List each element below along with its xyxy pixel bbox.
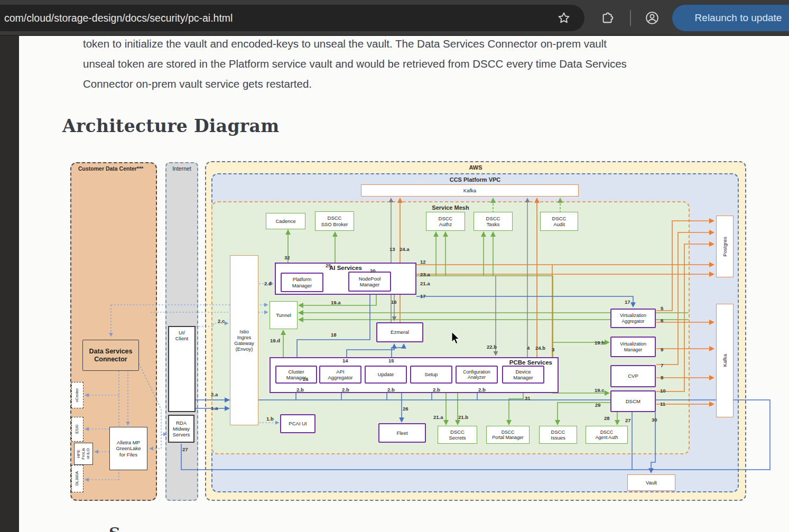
diagram-node-label: Vault	[646, 480, 657, 486]
diagram-edge-label: 30	[652, 417, 657, 423]
diagram-edge-label: 6	[661, 318, 663, 323]
diagram-edge-label: 19.a	[331, 300, 341, 305]
diagram-edge-label: 15	[388, 358, 394, 363]
diagram-node-dscm: DSCM	[610, 390, 656, 412]
diagram-node-label: vCenter	[75, 388, 80, 402]
diagram-edge-label: 22.b	[487, 344, 497, 350]
diagram-node-dscc-authz: DSCC Authz	[426, 212, 465, 231]
diagram-region-label: CCS Platform VPC	[212, 176, 738, 183]
diagram-edge-label: 14	[342, 358, 348, 363]
mouse-cursor	[450, 332, 462, 347]
diagram-node-label: DSCC Tasks	[486, 216, 500, 227]
diagram-edge-label: 29	[595, 402, 601, 408]
diagram-node-dl380a: DL380A	[71, 465, 83, 492]
diagram-edge-label: 11	[660, 401, 665, 407]
diagram-edge-label: 17	[625, 299, 630, 305]
diagram-node-label: NodePool Manager	[359, 276, 381, 287]
diagram-node-platform-manager: Platform Manager	[281, 273, 323, 292]
diagram-node-pcai-ui: PCAI UI	[280, 414, 315, 433]
diagram-node-label: Cadence	[275, 218, 295, 224]
diagram-node-label: Device Manager	[513, 369, 533, 380]
diagram-edge-label: 2.d	[264, 281, 272, 286]
diagram-node-configuration-analyzer: Configuration Analyzer	[456, 366, 498, 384]
bookmark-star-icon[interactable]	[551, 5, 577, 31]
diagram-node-rda-midway-servers: RDA Midway Servers	[168, 415, 194, 443]
diagram-edge-label: 24.a	[400, 246, 410, 252]
diagram-edge-label: 9	[661, 347, 663, 352]
diagram-edge-label: 2.c	[218, 318, 225, 324]
diagram-edge-label: 2.b	[387, 387, 395, 393]
diagram-node-data-services-connector: Data Services Connector	[82, 340, 139, 371]
diagram-edge-label: 1.b	[266, 416, 274, 422]
architecture-diagram: Customer Data Center***InternetAWSCCS Pl…	[0, 0, 789, 532]
diagram-node-alletra-mp-greenlake: Alletra MP GreenLake for Files	[109, 427, 147, 470]
diagram-edge-label: 5	[661, 305, 663, 311]
diagram-edge-label: 12	[420, 259, 426, 265]
diagram-node-label: Kafka	[722, 354, 728, 367]
diagram-node-hpe-proliant-ilo: HPE ProLia nt iLO	[74, 443, 93, 465]
diagram-node-label: Platform Manager	[292, 276, 312, 288]
diagram-node-label: Setup	[425, 371, 438, 377]
diagram-edge-label: 32	[284, 255, 290, 260]
diagram-edge-label: 2.b	[342, 387, 349, 393]
extensions-icon[interactable]	[594, 5, 620, 31]
diagram-node-label: ESXi	[75, 425, 80, 434]
diagram-node-label: API Aggregator	[328, 369, 352, 380]
diagram-node-label: DSCC Issues	[551, 429, 565, 441]
diagram-edge-label: 21.a	[433, 414, 443, 420]
diagram-node-label: CVP	[628, 373, 638, 379]
diagram-edge-label: 25	[326, 263, 331, 268]
diagram-node-label: Kafka	[463, 188, 476, 193]
diagram-edge-label: 10	[660, 388, 666, 394]
diagram-edge-label: 1.a	[211, 405, 218, 411]
diagram-node-label: DSCC SSO Broker	[321, 215, 348, 227]
diagram-node-label: AI Services	[276, 265, 415, 272]
diagram-node-label: Data Services Connector	[89, 348, 132, 363]
diagram-node-virtualization-manager: Virtualization Manager	[610, 337, 656, 357]
diagram-region-label: AWS	[206, 164, 745, 171]
diagram-edge-label: 2.b	[296, 387, 304, 393]
profile-icon[interactable]	[639, 5, 665, 31]
diagram-node-kafka-right: Kafka	[716, 304, 734, 417]
diagram-node-label: DSCC Authz	[439, 216, 453, 227]
diagram-node-fleet: Fleet	[378, 423, 426, 443]
diagram-node-label: Virtualization Manager	[620, 341, 646, 352]
diagram-node-tunnel: Tunnel	[270, 301, 298, 329]
diagram-edge-label: 2.b	[478, 387, 486, 393]
url-text: com/cloud/storage-design/docs/security/p…	[4, 12, 584, 24]
diagram-node-label: Configuration Analyzer	[463, 369, 490, 380]
diagram-edge-label: 23.a	[420, 272, 430, 277]
diagram-edge-label: 31	[525, 395, 531, 401]
diagram-node-cvp: CVP	[610, 365, 656, 387]
diagram-node-label: DSCC Portal Manager	[492, 430, 523, 441]
diagram-node-label: Fleet	[396, 430, 407, 436]
diagram-edge-label: 21.a	[420, 281, 430, 286]
diagram-node-label: Istio Ingres Gateway (Envoy)	[234, 329, 254, 352]
diagram-region-label: Service Mesh	[212, 204, 689, 211]
browser-toolbar: com/cloud/storage-design/docs/security/p…	[0, 0, 789, 36]
diagram-node-dscc-portal-manager: DSCC Portal Manager	[486, 426, 530, 444]
url-bar[interactable]: com/cloud/storage-design/docs/security/p…	[0, 5, 584, 31]
diagram-edge-label: 17	[420, 293, 426, 299]
diagram-edge-label: 28	[604, 415, 610, 421]
diagram-edge-label: 18	[331, 332, 337, 338]
diagram-edge-label: 19.d	[270, 338, 280, 343]
toolbar-divider	[630, 10, 631, 26]
diagram-node-label: RDA Midway Servers	[173, 420, 190, 438]
diagram-node-label: DSCM	[626, 398, 641, 404]
diagram-node-nodepool-manager: NodePool Manager	[348, 272, 391, 292]
diagram-node-ui-client: UI/ Client	[168, 326, 196, 412]
diagram-node-label: PCAI UI	[289, 421, 307, 426]
diagram-node-postgres: Postgres	[716, 216, 734, 277]
diagram-node-label: Tunnel	[276, 312, 291, 318]
diagram-node-kafka-top: Kafka	[361, 184, 579, 197]
diagram-node-cluster-manager: Cluster Manager	[275, 366, 317, 384]
diagram-node-vault: Vault	[627, 474, 675, 491]
diagram-node-label: Ezmeral	[391, 329, 409, 335]
diagram-edge-label: 27	[182, 446, 188, 452]
diagram-node-label: Update	[378, 371, 394, 377]
relaunch-to-update-button[interactable]: Relaunch to update	[672, 5, 789, 31]
diagram-node-dscc-agent-auth: DSCC Agent Auth	[586, 426, 628, 444]
diagram-edge-label: 21.b	[458, 414, 468, 420]
diagram-node-istio-ingres-gateway: Istio Ingres Gateway (Envoy)	[230, 255, 258, 425]
